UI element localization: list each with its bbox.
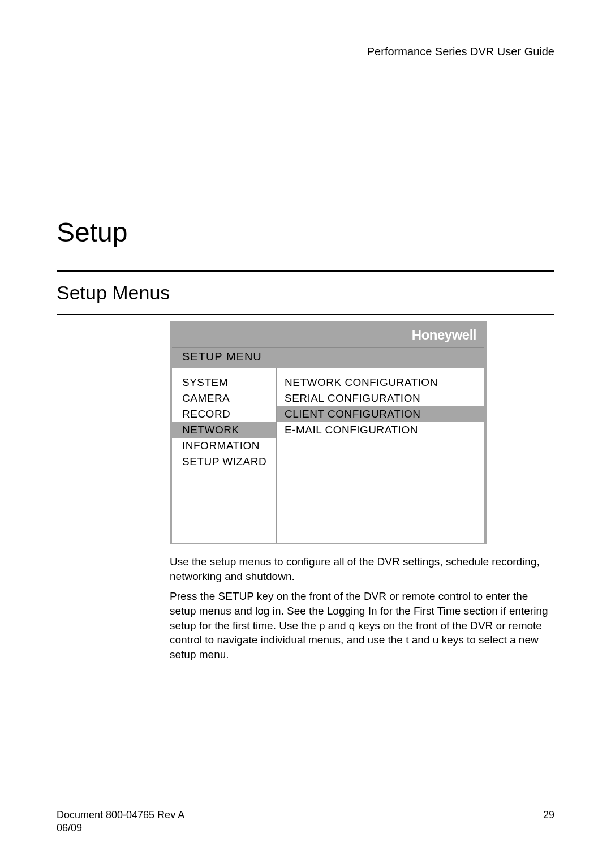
header-doc-title: Performance Series DVR User Guide (57, 45, 554, 58)
menu-item-information[interactable]: INFORMATION (182, 438, 276, 454)
body-text: Use the setup menus to configure all of … (170, 555, 554, 661)
footer-date: 06/09 (57, 822, 554, 834)
sub-item-client-config[interactable]: CLIENT CONFIGURATION (277, 406, 484, 422)
rule-bottom (57, 314, 554, 315)
menu-item-record[interactable]: RECORD (182, 406, 276, 422)
screenshot-menu-title: SETUP MENU (172, 347, 484, 368)
menu-item-setup-wizard[interactable]: SETUP WIZARD (182, 454, 276, 470)
page-footer: Document 800-04765 Rev A 29 06/09 (57, 798, 554, 834)
screenshot-logo-row: Honeywell (172, 323, 484, 347)
sub-item-network-config[interactable]: NETWORK CONFIGURATION (285, 375, 484, 390)
chapter-title: Setup (57, 217, 554, 248)
footer-page-number: 29 (543, 809, 554, 821)
setup-menu-screenshot: Honeywell SETUP MENU SYSTEM CAMERA RECOR… (170, 321, 487, 544)
honeywell-logo: Honeywell (412, 327, 476, 343)
menu-item-network[interactable]: NETWORK (172, 422, 276, 438)
footer-doc-id: Document 800-04765 Rev A (57, 809, 184, 821)
rule-top (57, 270, 554, 272)
menu-item-system[interactable]: SYSTEM (182, 375, 276, 390)
footer-rule (57, 803, 554, 803)
section-title: Setup Menus (57, 282, 554, 304)
screenshot-left-menu: SYSTEM CAMERA RECORD NETWORK INFORMATION… (172, 368, 277, 543)
sub-item-email-config[interactable]: E-MAIL CONFIGURATION (285, 422, 484, 438)
screenshot-right-menu: NETWORK CONFIGURATION SERIAL CONFIGURATI… (277, 368, 484, 543)
body-paragraph-1: Use the setup menus to configure all of … (170, 555, 554, 583)
sub-item-serial-config[interactable]: SERIAL CONFIGURATION (285, 390, 484, 406)
body-paragraph-2: Press the SETUP key on the front of the … (170, 589, 554, 661)
menu-item-camera[interactable]: CAMERA (182, 390, 276, 406)
